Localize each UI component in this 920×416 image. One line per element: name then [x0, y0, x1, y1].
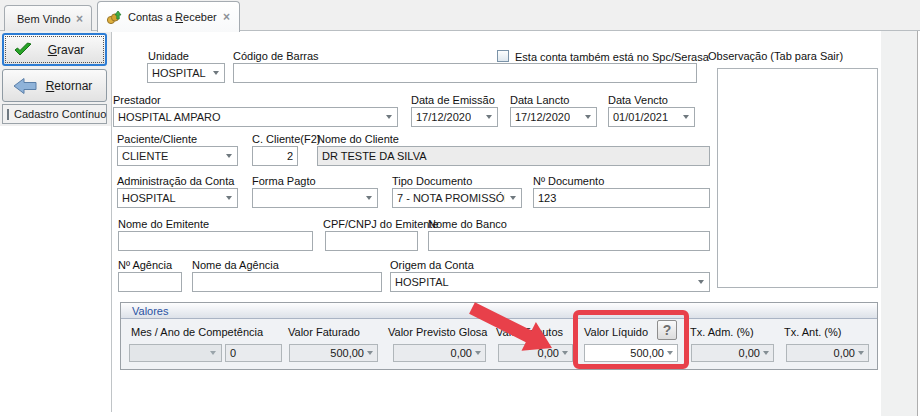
unidade-combobox[interactable]: HOSPITAL PROI [147, 63, 225, 83]
unidade-label: Unidade [148, 50, 189, 62]
tab-label: Bem Vindo [17, 13, 71, 25]
origem-conta-label: Origem da Conta [390, 259, 474, 271]
cadastro-continuo-checkbox[interactable] [7, 109, 9, 120]
forma-pagto-label: Forma Pagto [252, 175, 316, 187]
close-icon[interactable]: × [76, 14, 83, 24]
tipo-documento-combobox[interactable]: 7 - NOTA PROMISSÓRIA [392, 188, 522, 208]
check-icon [13, 42, 33, 58]
paciente-cliente-combobox[interactable]: CLIENTE [117, 146, 238, 166]
data-lancto-picker[interactable]: 17/12/2020 [510, 107, 597, 127]
tab-bem-vindo[interactable]: Bem Vindo × [4, 5, 92, 31]
data-lancto-label: Data Lancto [510, 94, 569, 106]
tab-contas-a-receber[interactable]: Contas a Receber × [97, 1, 240, 32]
observacao-textarea[interactable] [717, 68, 878, 288]
cpf-cnpj-emitente-input[interactable] [325, 231, 418, 251]
mes-ano-competencia-combobox [129, 344, 222, 362]
chevron-down-icon [510, 196, 516, 200]
panel-divider [111, 31, 112, 412]
chevron-down-icon [585, 115, 591, 119]
paciente-cliente-label: Paciente/Cliente [117, 133, 197, 145]
spc-serasa-checkbox[interactable] [497, 50, 509, 62]
chevron-down-icon [366, 196, 372, 200]
valor-faturado-label: Valor Faturado [288, 326, 360, 338]
nome-emitente-input[interactable] [118, 231, 313, 251]
data-emissao-picker[interactable]: 17/12/2020 [411, 107, 498, 127]
red-arrow-annotation [455, 295, 565, 360]
origem-conta-combobox[interactable]: HOSPITAL [390, 272, 710, 292]
valor-liquido-highlight-box [573, 310, 689, 369]
prestador-combobox[interactable]: HOSPITAL AMPARO [113, 107, 398, 127]
cpf-cnpj-emitente-label: CPF/CNPJ do Emitente [323, 218, 439, 230]
mes-ano-competencia-label: Mes / Ano de Competência [131, 326, 263, 338]
prestador-label: Prestador [113, 94, 161, 106]
chevron-down-icon [367, 351, 373, 355]
nome-cliente-label: Nome do Cliente [317, 133, 399, 145]
tx-ant-field: 0,00 [786, 344, 869, 362]
tx-adm-field: 0,00 [691, 344, 774, 362]
chevron-down-icon [858, 351, 864, 355]
chevron-down-icon [683, 115, 689, 119]
chevron-down-icon [213, 71, 219, 75]
chevron-down-icon [698, 280, 704, 284]
forma-pagto-combobox[interactable] [252, 188, 378, 208]
spc-serasa-label: Esta conta também está no Spc/Serasa [515, 51, 709, 63]
n-agencia-input[interactable] [118, 272, 182, 292]
cadastro-continuo-label: Cadastro Contínuo [14, 108, 106, 120]
data-emissao-label: Data de Emissão [411, 94, 495, 106]
tx-ant-label: Tx. Ant. (%) [784, 326, 841, 338]
codigo-barras-input[interactable] [233, 63, 697, 83]
observacao-label: Observação (Tab para Sair) [708, 50, 843, 62]
n-documento-label: Nº Documento [533, 175, 604, 187]
codigo-barras-label: Código de Barras [233, 50, 319, 62]
retornar-label: Retornar [38, 79, 100, 93]
retornar-button[interactable]: Retornar [2, 69, 107, 102]
nome-agencia-input[interactable] [192, 272, 382, 292]
chevron-down-icon [226, 154, 232, 158]
right-gutter [881, 31, 917, 416]
nome-emitente-label: Nome do Emitente [118, 218, 209, 230]
data-vencto-picker[interactable]: 01/01/2021 [608, 107, 695, 127]
close-icon[interactable]: × [223, 12, 230, 22]
arrow-left-icon [12, 77, 38, 95]
window-right-border [917, 31, 918, 416]
c-cliente-input[interactable] [252, 146, 298, 166]
c-cliente-label: C. Cliente(F2) [252, 133, 320, 145]
nome-cliente-field [317, 146, 710, 166]
tipo-documento-label: Tipo Documento [392, 175, 472, 187]
valores-title: Valores [132, 305, 168, 317]
chevron-down-icon [486, 115, 492, 119]
money-icon [106, 9, 122, 25]
gravar-button[interactable]: Gravar [2, 33, 107, 66]
nome-banco-label: Nome do Banco [428, 218, 507, 230]
tx-adm-label: Tx. Adm. (%) [690, 326, 754, 338]
data-vencto-label: Data Vencto [608, 94, 668, 106]
gravar-label: Gravar [33, 43, 99, 57]
tab-label: Contas a Receber [128, 11, 217, 23]
mes-ano-competencia-num-field: 0 [225, 344, 282, 362]
valor-faturado-field: 500,00 [289, 344, 378, 362]
administracao-conta-combobox[interactable]: HOSPITAL [117, 188, 238, 208]
nome-agencia-label: Nome da Agência [192, 259, 279, 271]
administracao-conta-label: Administração da Conta [117, 175, 234, 187]
nome-banco-input[interactable] [428, 231, 710, 251]
chevron-down-icon [226, 196, 232, 200]
cadastro-continuo-panel: Cadastro Contínuo [2, 104, 107, 124]
chevron-down-icon [763, 351, 769, 355]
n-agencia-label: Nº Agência [118, 259, 172, 271]
chevron-down-icon [210, 351, 216, 355]
n-documento-input[interactable] [533, 188, 710, 208]
contas-a-receber-window: Bem Vindo × Contas a Receber × Gravar Re… [0, 0, 920, 416]
chevron-down-icon [386, 115, 392, 119]
